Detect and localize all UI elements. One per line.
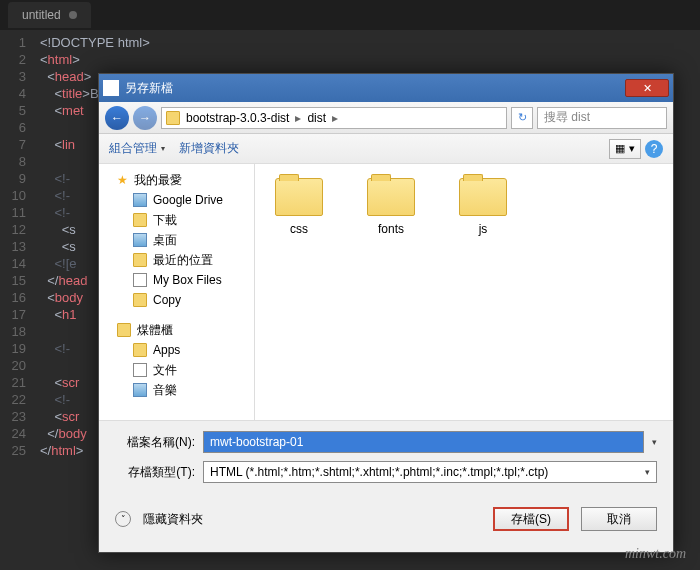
bottom-bar: ˅ 隱藏資料夾 存檔(S) 取消 <box>99 497 673 541</box>
breadcrumb[interactable]: bootstrap-3.0.3-dist ▸ dist ▸ <box>161 107 507 129</box>
sidebar-item[interactable]: 音樂 <box>99 380 254 400</box>
organize-button[interactable]: 組合管理 <box>109 140 165 157</box>
drive-icon <box>133 193 147 207</box>
editor-tab[interactable]: untitled <box>8 2 91 28</box>
sidebar-item[interactable]: Copy <box>99 290 254 310</box>
search-placeholder: 搜尋 dist <box>544 109 590 126</box>
sidebar-item[interactable]: 最近的位置 <box>99 250 254 270</box>
tab-bar: untitled <box>0 0 700 30</box>
sidebar-item[interactable]: Google Drive <box>99 190 254 210</box>
watermark: minwt.com <box>625 546 686 562</box>
chevron-right-icon: ▸ <box>332 111 338 125</box>
desktop-icon <box>133 233 147 247</box>
folder-item[interactable]: css <box>269 178 329 236</box>
dirty-indicator-icon <box>69 11 77 19</box>
view-mode-button[interactable]: ▦ ▾ <box>609 139 641 159</box>
chevron-down-icon[interactable]: ▾ <box>652 437 657 447</box>
folder-item[interactable]: fonts <box>361 178 421 236</box>
tab-title: untitled <box>22 8 61 22</box>
filetype-label: 存檔類型(T): <box>115 464 195 481</box>
recent-icon <box>133 253 147 267</box>
sidebar-favorites[interactable]: ★我的最愛 <box>99 170 254 190</box>
sidebar-item[interactable]: 桌面 <box>99 230 254 250</box>
dialog-title: 另存新檔 <box>125 80 625 97</box>
back-button[interactable]: ← <box>105 106 129 130</box>
folder-icon <box>275 178 323 216</box>
dialog-title-bar: 另存新檔 ✕ <box>99 74 673 102</box>
hide-folders-label[interactable]: 隱藏資料夾 <box>143 511 203 528</box>
sidebar-item[interactable]: Apps <box>99 340 254 360</box>
breadcrumb-segment[interactable]: dist <box>303 111 330 125</box>
dialog-body: ★我的最愛 Google Drive 下載 桌面 最近的位置 My Box Fi… <box>99 164 673 420</box>
save-as-dialog: 另存新檔 ✕ ← → bootstrap-3.0.3-dist ▸ dist ▸… <box>98 73 674 553</box>
expand-folders-button[interactable]: ˅ <box>115 511 131 527</box>
sidebar-item[interactable]: 下載 <box>99 210 254 230</box>
sidebar-item[interactable]: My Box Files <box>99 270 254 290</box>
folder-icon <box>367 178 415 216</box>
folder-icon <box>133 343 147 357</box>
help-button[interactable]: ? <box>645 140 663 158</box>
sidebar: ★我的最愛 Google Drive 下載 桌面 最近的位置 My Box Fi… <box>99 164 255 420</box>
folder-item[interactable]: js <box>453 178 513 236</box>
folder-label: fonts <box>378 222 404 236</box>
refresh-button[interactable]: ↻ <box>511 107 533 129</box>
filetype-value: HTML (*.html;*.htm;*.shtml;*.xhtml;*.pht… <box>210 465 548 479</box>
document-icon <box>133 363 147 377</box>
chevron-right-icon: ▸ <box>295 111 301 125</box>
folder-icon <box>133 293 147 307</box>
folder-label: css <box>290 222 308 236</box>
folder-icon <box>166 111 180 125</box>
folder-icon <box>459 178 507 216</box>
filetype-select[interactable]: HTML (*.html;*.htm;*.shtml;*.xhtml;*.pht… <box>203 461 657 483</box>
filename-label: 檔案名稱(N): <box>115 434 195 451</box>
line-gutter: 1234567891011121314151617181920212223242… <box>0 34 40 459</box>
forward-button[interactable]: → <box>133 106 157 130</box>
save-button[interactable]: 存檔(S) <box>493 507 569 531</box>
music-icon <box>133 383 147 397</box>
file-icon <box>133 273 147 287</box>
breadcrumb-segment[interactable]: bootstrap-3.0.3-dist <box>182 111 293 125</box>
form-area: 檔案名稱(N): ▾ 存檔類型(T): HTML (*.html;*.htm;*… <box>99 420 673 497</box>
new-folder-button[interactable]: 新增資料夾 <box>179 140 239 157</box>
sidebar-item[interactable]: 文件 <box>99 360 254 380</box>
dialog-icon <box>103 80 119 96</box>
filename-input[interactable] <box>203 431 644 453</box>
file-list[interactable]: css fonts js <box>255 164 673 420</box>
nav-bar: ← → bootstrap-3.0.3-dist ▸ dist ▸ ↻ 搜尋 d… <box>99 102 673 134</box>
cancel-button[interactable]: 取消 <box>581 507 657 531</box>
folder-label: js <box>479 222 488 236</box>
search-input[interactable]: 搜尋 dist <box>537 107 667 129</box>
chevron-down-icon: ▾ <box>645 467 650 477</box>
toolbar: 組合管理 新增資料夾 ▦ ▾ ? <box>99 134 673 164</box>
libraries-icon <box>117 323 131 337</box>
close-button[interactable]: ✕ <box>625 79 669 97</box>
star-icon: ★ <box>117 173 128 187</box>
sidebar-libraries[interactable]: 煤體櫃 <box>99 320 254 340</box>
folder-icon <box>133 213 147 227</box>
